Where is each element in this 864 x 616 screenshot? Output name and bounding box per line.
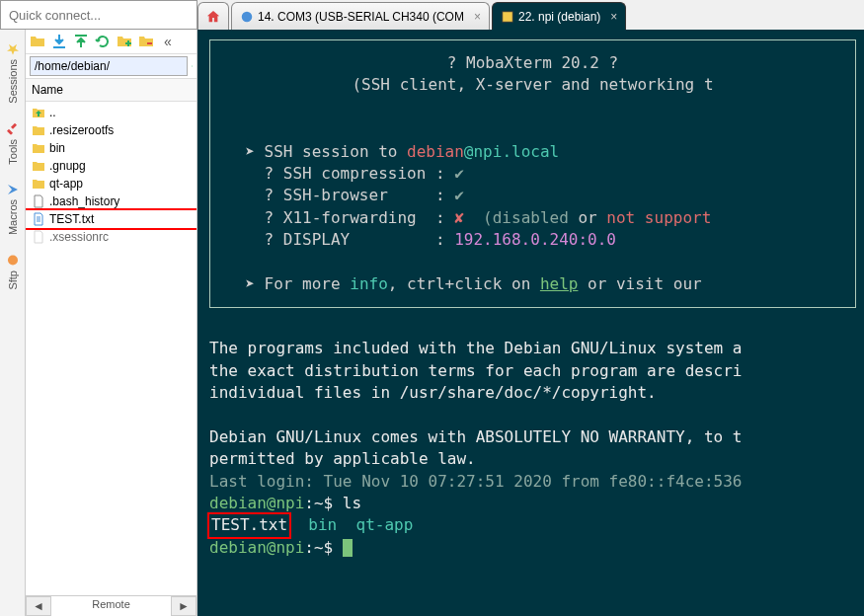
serial-icon: [240, 10, 254, 24]
tab-home[interactable]: [197, 2, 229, 30]
file-icon: [32, 212, 45, 226]
path-input[interactable]: [30, 56, 188, 76]
file-browser-panel: « Name .. .resizerootfs bin .gnupg qt-ap…: [26, 30, 197, 616]
home-icon: [206, 10, 220, 24]
terminal-banner: ? MobaXterm 20.2 ? (SSH client, X-server…: [209, 39, 856, 308]
file-item[interactable]: .bash_history: [26, 192, 196, 210]
tools-icon: [7, 123, 19, 135]
download-icon[interactable]: [51, 34, 67, 49]
vert-tab-tools[interactable]: Tools: [5, 116, 21, 173]
svg-point-2: [8, 256, 18, 266]
star-icon: [7, 43, 19, 55]
folder-icon: [32, 177, 45, 191]
check-icon: [192, 58, 193, 74]
tab-label: 14. COM3 (USB-SERIAL CH340 (COM: [258, 10, 464, 24]
folder-up-icon: [32, 106, 45, 119]
globe-icon: [7, 255, 19, 267]
refresh-icon[interactable]: [95, 34, 111, 49]
vert-tab-macros[interactable]: Macros: [5, 176, 21, 243]
upload-icon[interactable]: [73, 34, 89, 49]
file-item[interactable]: qt-app: [26, 175, 196, 192]
name-column-header[interactable]: Name: [26, 79, 196, 102]
file-icon: [32, 230, 45, 244]
svg-rect-1: [503, 11, 513, 22]
vertical-tab-bar: Sessions Tools Macros Sftp: [0, 30, 26, 616]
file-toolbar: «: [26, 30, 196, 54]
file-item-up[interactable]: ..: [26, 104, 196, 121]
vert-tab-sftp[interactable]: Sftp: [5, 247, 21, 298]
file-item[interactable]: .resizerootfs: [26, 121, 196, 139]
file-icon: [32, 194, 45, 208]
tab-label: 22. npi (debian): [518, 10, 600, 24]
folder-icon: [32, 159, 45, 173]
file-item[interactable]: .xsessionrc: [26, 228, 196, 246]
arrow-icon: [7, 184, 19, 195]
scroll-right-icon[interactable]: ►: [171, 596, 196, 616]
tab-npi[interactable]: 22. npi (debian) ×: [492, 2, 626, 30]
quick-connect-input[interactable]: [0, 0, 197, 30]
vert-tab-sessions[interactable]: Sessions: [5, 36, 21, 112]
new-folder-icon[interactable]: [117, 34, 132, 49]
svg-point-0: [242, 11, 253, 22]
close-icon[interactable]: ×: [610, 10, 617, 24]
ls-test-highlight: TEST.txt: [209, 514, 289, 536]
tab-com3[interactable]: 14. COM3 (USB-SERIAL CH340 (COM ×: [231, 2, 490, 30]
terminal[interactable]: ? MobaXterm 20.2 ? (SSH client, X-server…: [197, 30, 864, 616]
svg-point-3: [192, 66, 193, 67]
tab-bar: 14. COM3 (USB-SERIAL CH340 (COM × 22. np…: [197, 0, 864, 30]
scroll-left-icon[interactable]: ◄: [26, 596, 51, 616]
ssh-icon: [501, 10, 514, 24]
file-list: .. .resizerootfs bin .gnupg qt-app .bash…: [26, 102, 196, 595]
remote-label: Remote: [51, 596, 171, 616]
file-item-test[interactable]: TEST.txt: [26, 210, 196, 228]
delete-icon[interactable]: [138, 34, 154, 49]
close-icon[interactable]: ×: [474, 10, 481, 24]
folder-icon: [32, 141, 45, 155]
collapse-panel-icon[interactable]: «: [160, 34, 176, 49]
file-item[interactable]: bin: [26, 139, 196, 157]
terminal-cursor: [343, 539, 353, 557]
folder-icon: [32, 123, 45, 137]
file-item[interactable]: .gnupg: [26, 157, 196, 175]
folder-open-icon[interactable]: [30, 34, 45, 49]
